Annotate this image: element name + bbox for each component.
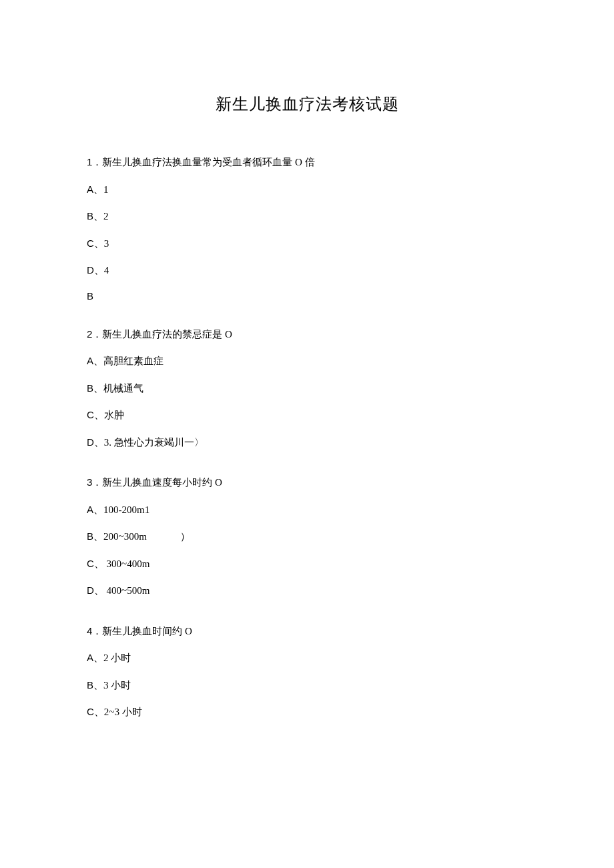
question-text: 1．新生儿换血疗法换血量常为受血者循环血量 O 倍 [87,155,527,170]
page-title: 新生儿换血疗法考核试题 [87,93,527,115]
option-a: A、2 小时 [87,650,527,666]
option-d: D、 400~500m [87,583,527,598]
option-d: D、4 [87,263,527,278]
option-d: D、3. 急性心力衰竭川一〉 [87,435,527,450]
question-text: 2．新生儿换血疗法的禁忌症是 O [87,327,527,342]
question-text: 4．新生儿换血时间约 O [87,624,527,639]
option-b: B、200~300m） [87,529,527,544]
question-2: 2．新生儿换血疗法的禁忌症是 O A、高胆红素血症 B、机械通气 C、水肿 D、… [87,327,527,450]
question-stem: ．新生儿换血疗法的禁忌症是 O [92,329,232,340]
question-4: 4．新生儿换血时间约 O A、2 小时 B、3 小时 C、2~3 小时 [87,624,527,720]
option-b: B、2 [87,209,527,224]
question-3: 3．新生儿换血速度每小时约 O A、100-200m1 B、200~300m） … [87,475,527,598]
question-stem: ．新生儿换血速度每小时约 O [92,477,222,488]
option-b: B、3 小时 [87,678,527,693]
option-b: B、机械通气 [87,381,527,396]
question-text: 3．新生儿换血速度每小时约 O [87,475,527,490]
option-a: A、100-200m1 [87,502,527,518]
option-c: C、水肿 [87,408,527,423]
paren-mark: ） [180,530,190,542]
option-a: A、1 [87,182,527,197]
option-c: C、 300~400m [87,556,527,572]
question-1: 1．新生儿换血疗法换血量常为受血者循环血量 O 倍 A、1 B、2 C、3 D、… [87,155,527,302]
question-stem: ．新生儿换血时间约 O [92,626,192,636]
question-stem: ．新生儿换血疗法换血量常为受血者循环血量 O 倍 [92,157,314,167]
answer: B [87,290,527,302]
option-c: C、3 [87,236,527,252]
option-c: C、2~3 小时 [87,705,527,720]
option-a: A、高胆红素血症 [87,354,527,369]
